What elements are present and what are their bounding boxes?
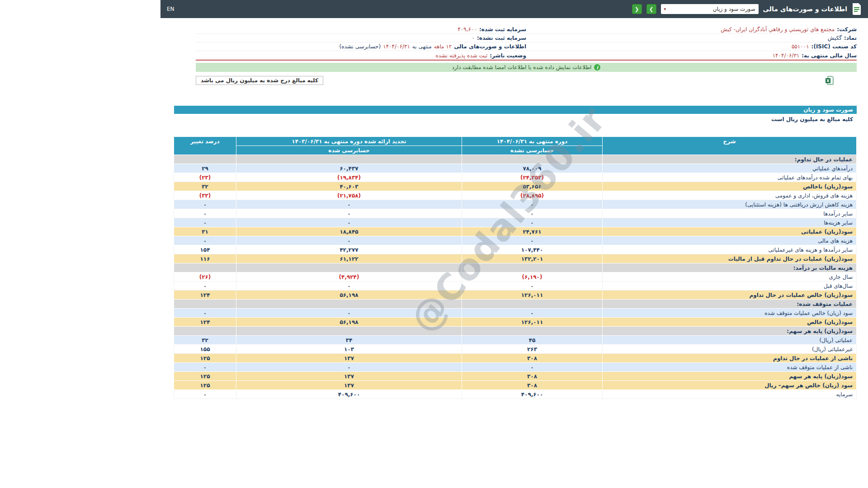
statement-row: عملیاتی (ریال)۴۵۳۴۳۲ bbox=[174, 336, 857, 345]
statement-row: سال جاری(۶,۱۹۰)(۴,۹۲۴)(۲۶) bbox=[174, 272, 857, 282]
section-row: هزینه مالیات بر درآمد: bbox=[174, 263, 857, 272]
prev-report-button[interactable]: ❮ bbox=[632, 4, 642, 14]
statement-row: ناشی از عملیات متوقف شده۰۰۰ bbox=[174, 363, 857, 372]
change-percent bbox=[174, 327, 236, 336]
current-value: ۳۰۸ bbox=[462, 354, 603, 363]
chevron-right-icon: ❯ bbox=[649, 7, 653, 12]
previous-value: ۰ bbox=[236, 218, 462, 227]
current-value: ۰ bbox=[462, 218, 603, 227]
publisher-status-row: وضعيت ناشر: ثبت شده پذيرفته نشده bbox=[196, 51, 526, 60]
current-value bbox=[462, 155, 603, 164]
row-label: عملیاتی (ریال) bbox=[603, 336, 857, 345]
previous-value: ۰ bbox=[236, 309, 462, 318]
current-value: ۱۰۷,۴۴۰ bbox=[462, 245, 603, 254]
change-percent: ۱۵۴ bbox=[174, 245, 236, 254]
change-percent: ۰ bbox=[174, 309, 236, 318]
row-label: سود (زیان) خالص عملیات متوقف شده bbox=[603, 309, 857, 318]
current-value: ۱۲۶,۰۱۱ bbox=[462, 318, 603, 327]
report-select-value: صورت سود و زیان bbox=[713, 6, 755, 12]
registered-capital-label: سرمايه ثبت شده: bbox=[479, 26, 526, 33]
previous-value: ۴۲,۲۷۷ bbox=[236, 245, 462, 254]
previous-value bbox=[236, 263, 462, 272]
signed-info-text: اطلاعات نمایش داده شده با اطلاعات امضا ش… bbox=[452, 64, 592, 70]
registered-capital-value: ۴۰۹,۶۰۰ bbox=[458, 26, 477, 33]
statement-title: صورت سود و زیان bbox=[803, 107, 853, 113]
unit-note-row: کلیه مبالغ درج شده به میلیون ریال می باش… bbox=[196, 76, 834, 85]
previous-value: ۴۰۹,۶۰۰ bbox=[236, 390, 462, 399]
topbar-right-group: اطلاعات و صورت‌های مالی صورت سود و زیان … bbox=[632, 3, 862, 15]
row-label: ناشی از عملیات در حال تداوم bbox=[603, 354, 857, 363]
current-value: ۰ bbox=[462, 363, 603, 372]
current-value: ۲۴,۷۶۱ bbox=[462, 227, 603, 236]
row-label: درآمدهاي عملياتي bbox=[603, 164, 857, 173]
statement-row: سود(زیان) عملیات در حال تداوم قبل از مال… bbox=[174, 254, 857, 263]
current-value: ۰ bbox=[462, 309, 603, 318]
change-percent bbox=[174, 263, 236, 272]
header-previous-period: تجدید ارائه شده دوره منتهی به ۱۴۰۳/۰۶/۳۱ bbox=[236, 137, 462, 146]
section-row: عملیات در حال تداوم: bbox=[174, 155, 857, 164]
row-label: غیرعملیاتی (ریال) bbox=[603, 345, 857, 354]
change-percent: ۳۱ bbox=[174, 227, 236, 236]
previous-value: ۱۰۳ bbox=[236, 345, 462, 354]
row-label: بهای تمام شده درآمدهای عملیاتی bbox=[603, 173, 857, 182]
row-label: سود(زیان) خالص عملیات در حال تداوم bbox=[603, 291, 857, 300]
change-percent: ۱۱۶ bbox=[174, 254, 236, 263]
row-label: سود (زیان) خالص هر سهم– ریال bbox=[603, 381, 857, 390]
current-value: ۳۰۸ bbox=[462, 372, 603, 381]
change-percent: ۲۹ bbox=[174, 164, 236, 173]
company-name-value: مجتمع هاي توريستي و رفاهي آبادگران ايران… bbox=[721, 26, 835, 33]
current-value: ۷۸,۰۰۹ bbox=[462, 164, 603, 173]
current-value: ۰ bbox=[462, 209, 603, 218]
change-percent bbox=[174, 155, 236, 164]
current-value: (۲۸,۸۹۵) bbox=[462, 191, 603, 200]
previous-value: ۵۶,۱۹۸ bbox=[236, 318, 462, 327]
unit-note-label: کلیه مبالغ درج شده به میلیون ریال می باش… bbox=[196, 76, 323, 85]
publisher-status-label: وضعيت ناشر: bbox=[490, 52, 526, 59]
unregistered-capital-value: ۰ bbox=[472, 35, 475, 41]
company-name-row: شرکت: مجتمع هاي توريستي و رفاهي آبادگران… bbox=[526, 25, 857, 34]
current-value: ۰ bbox=[462, 236, 603, 245]
change-percent: ۰ bbox=[174, 236, 236, 245]
change-percent: ۱۲۵ bbox=[174, 372, 236, 381]
report-type-select[interactable]: صورت سود و زیان ▾ bbox=[661, 4, 759, 14]
statement-row: هزینه کاهش ارزش دریافتنی ها (هزینه استثن… bbox=[174, 200, 857, 209]
header-change-percent: درصد تغییر bbox=[174, 137, 236, 155]
symbol-value: گکيش bbox=[828, 35, 842, 41]
statement-row: سایر هزینه‌ها۰۰۰ bbox=[174, 218, 857, 227]
current-value: ۴۰۹,۶۰۰ bbox=[462, 390, 603, 399]
row-label: عملیات در حال تداوم: bbox=[603, 155, 857, 164]
header-description: شرح bbox=[603, 137, 857, 155]
row-label: سود(زیان) عملیات در حال تداوم قبل از مال… bbox=[603, 254, 857, 263]
row-label: سود(زیان) خالص bbox=[603, 318, 857, 327]
statement-subtitle-bar: کلیه مبالغ به میلیون ریال است bbox=[174, 114, 857, 125]
language-toggle[interactable]: EN bbox=[167, 6, 175, 12]
company-info-left-column: سرمايه ثبت شده: ۴۰۹,۶۰۰ سرمايه ثبت نشده:… bbox=[196, 25, 526, 60]
unregistered-capital-row: سرمايه ثبت نشده: ۰ bbox=[196, 34, 526, 42]
row-label: سال‌های قبل bbox=[603, 282, 857, 291]
symbol-label: نماد: bbox=[844, 35, 857, 41]
page-title: اطلاعات و صورت‌های مالی bbox=[763, 5, 847, 13]
symbol-row: نماد: گکيش bbox=[526, 34, 857, 42]
row-label: سود(زيان) عملياتی bbox=[603, 227, 857, 236]
statement-row: غیرعملیاتی (ریال)۲۶۳۱۰۳۱۵۵ bbox=[174, 345, 857, 354]
change-percent: ۱۲۵ bbox=[174, 381, 236, 390]
previous-value: ۰ bbox=[236, 282, 462, 291]
section-row: عملیات متوقف شده: bbox=[174, 300, 857, 309]
report-period-middle: منتهی به bbox=[412, 43, 432, 50]
chevron-down-icon: ▾ bbox=[664, 7, 666, 11]
change-percent: ۰ bbox=[174, 218, 236, 227]
header-current-period: دوره منتهی به ۱۴۰۴/۰۶/۳۱ bbox=[462, 137, 603, 146]
change-percent: ۰ bbox=[174, 282, 236, 291]
signed-info-bar: i اطلاعات نمایش داده شده با اطلاعات امضا… bbox=[196, 63, 857, 72]
page: اطلاعات و صورت‌های مالی صورت سود و زیان … bbox=[160, 0, 868, 488]
statement-row: ناشی از عملیات در حال تداوم۳۰۸۱۳۷۱۲۵ bbox=[174, 354, 857, 363]
current-value: ۱۳۲,۲۰۱ bbox=[462, 254, 603, 263]
registered-capital-row: سرمايه ثبت شده: ۴۰۹,۶۰۰ bbox=[196, 25, 526, 34]
report-period-date: ۱۴۰۴/۰۶/۳۱ bbox=[383, 43, 410, 50]
next-report-button[interactable]: ❯ bbox=[646, 4, 656, 14]
statement-row: سود(زیان) خالص۱۲۶,۰۱۱۵۶,۱۹۸۱۲۴ bbox=[174, 318, 857, 327]
change-percent: ۳۲ bbox=[174, 336, 236, 345]
excel-export-icon[interactable] bbox=[826, 76, 834, 85]
current-value bbox=[462, 263, 603, 272]
current-value: ۱۲۶,۰۱۱ bbox=[462, 291, 603, 300]
